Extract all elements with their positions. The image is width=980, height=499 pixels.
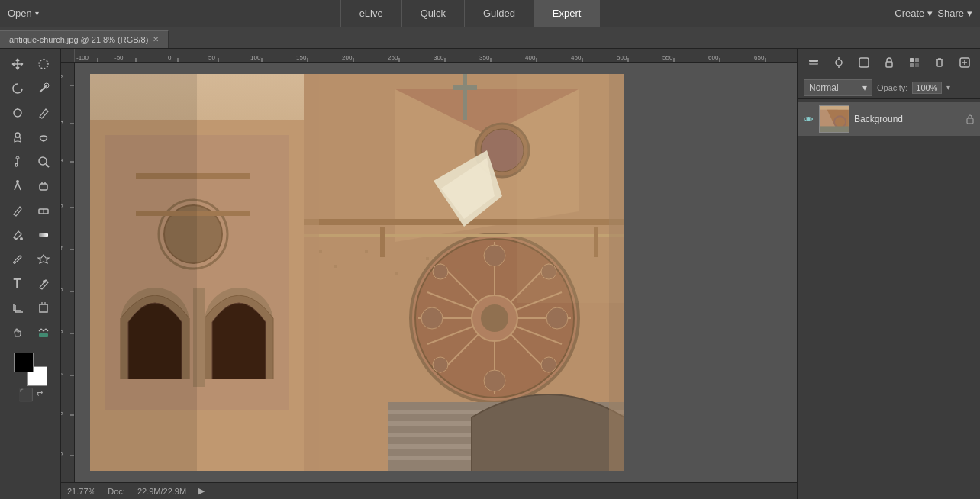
sponge-tool[interactable]: [32, 175, 55, 197]
svg-rect-157: [967, 118, 973, 124]
svg-point-9: [16, 180, 19, 183]
marquee-tool[interactable]: [32, 53, 55, 75]
doc-size: 22.9M/22.9M: [137, 487, 186, 496]
open-button[interactable]: Open ▾: [8, 8, 39, 19]
layer-visibility-toggle[interactable]: [802, 113, 814, 125]
canvas-viewport[interactable]: [75, 63, 797, 482]
nav-guided[interactable]: Guided: [464, 0, 534, 27]
svg-point-5: [15, 133, 20, 137]
svg-point-100: [484, 245, 505, 266]
nav-bar: eLive Quick Guided Expert: [47, 0, 895, 27]
lasso-tool[interactable]: [6, 78, 29, 99]
nav-quick[interactable]: Quick: [401, 0, 465, 27]
layer-thumbnail: [819, 105, 849, 133]
layer-name: Background: [854, 114, 960, 124]
file-tab[interactable]: antique-church.jpg @ 21.8% (RGB/8) ✕: [0, 30, 169, 48]
color-swatches: ⬛ ⇄: [0, 348, 60, 407]
dodge-tool[interactable]: [6, 175, 29, 197]
svg-rect-126: [380, 227, 385, 257]
text-tool[interactable]: T: [6, 273, 29, 295]
effects-icon[interactable]: [853, 52, 875, 73]
blur-tool[interactable]: [6, 151, 29, 172]
eyedropper-tool[interactable]: [6, 249, 29, 270]
share-button[interactable]: Share ▾: [937, 8, 972, 19]
foreground-color-swatch[interactable]: [14, 353, 34, 372]
svg-text:150: 150: [296, 54, 307, 61]
nav-elive[interactable]: eLive: [340, 0, 402, 27]
status-expand-arrow[interactable]: ▶: [198, 486, 205, 496]
opacity-value[interactable]: 100%: [912, 82, 941, 94]
svg-point-107: [541, 357, 556, 372]
tab-bar: antique-church.jpg @ 21.8% (RGB/8) ✕: [0, 27, 980, 49]
tool-row-blur: [0, 150, 60, 174]
adjust-icon[interactable]: [828, 52, 849, 73]
burn-tool[interactable]: [6, 200, 29, 221]
tab-close-button[interactable]: ✕: [153, 35, 159, 43]
smudge-tool[interactable]: [32, 127, 55, 148]
svg-rect-144: [937, 60, 942, 66]
default-colors-icon[interactable]: ⬛: [18, 388, 34, 402]
fill-tool[interactable]: [6, 224, 29, 246]
create-button[interactable]: Create ▾: [895, 8, 933, 19]
tool-row-move: [0, 52, 60, 76]
horizontal-ruler: -100 -50 0 50 100 150 200 250 300 350 40…: [61, 49, 797, 63]
fill-link-icon[interactable]: [904, 52, 925, 73]
shape-tool[interactable]: [32, 249, 55, 270]
redeye-tool[interactable]: [32, 273, 55, 295]
blend-mode-select[interactable]: Normal ▾: [804, 79, 872, 96]
svg-point-13: [20, 237, 23, 240]
svg-text:650: 650: [754, 54, 765, 61]
svg-rect-132: [809, 60, 818, 62]
foreground-background-colors[interactable]: [14, 353, 47, 386]
nav-expert[interactable]: Expert: [534, 0, 601, 27]
document-canvas[interactable]: [90, 74, 624, 471]
eraser-tool[interactable]: [32, 200, 55, 221]
svg-text:100: 100: [250, 54, 261, 61]
move-tool[interactable]: [6, 53, 29, 75]
open-menu[interactable]: Open ▾: [0, 8, 47, 19]
svg-point-2: [14, 109, 21, 117]
add-layer-icon[interactable]: [954, 52, 975, 73]
top-right-actions: Create ▾ Share ▾: [895, 8, 980, 19]
svg-rect-123: [395, 272, 398, 275]
tool-row-clone: [0, 125, 60, 150]
layers-panel: Normal ▾ Opacity: 100% ▾: [797, 49, 980, 499]
file-tab-name: antique-church.jpg @ 21.8% (RGB/8): [9, 35, 148, 44]
swap-colors-icon[interactable]: ⇄: [37, 389, 43, 402]
svg-rect-81: [453, 85, 477, 90]
zoom-level: 21.77%: [67, 487, 95, 496]
svg-text:500: 500: [617, 54, 627, 61]
opacity-arrow[interactable]: ▾: [946, 83, 950, 92]
svg-rect-156: [820, 126, 849, 132]
svg-text:4: 4: [61, 246, 64, 250]
svg-rect-14: [39, 233, 48, 237]
zoom-tool[interactable]: [32, 151, 55, 172]
svg-text:50: 50: [208, 54, 215, 61]
layer-background[interactable]: Background: [798, 102, 980, 136]
svg-rect-130: [90, 74, 197, 471]
lock-icon[interactable]: [878, 52, 900, 73]
delete-layer-icon[interactable]: [929, 52, 950, 73]
open-label: Open: [8, 8, 32, 19]
hand-tool[interactable]: [6, 322, 29, 343]
gradient-tool[interactable]: [32, 224, 55, 246]
svg-text:6: 6: [61, 330, 64, 333]
content-aware-tool[interactable]: [32, 322, 55, 343]
tool-row-lasso: [0, 76, 60, 101]
tool-row-hand: [0, 320, 60, 345]
svg-rect-133: [809, 63, 818, 65]
svg-rect-141: [915, 58, 919, 62]
enhance-tool[interactable]: [6, 102, 29, 124]
clone-tool[interactable]: [6, 127, 29, 148]
svg-text:450: 450: [571, 54, 582, 61]
layers-icon[interactable]: [803, 52, 824, 73]
pencil-tool[interactable]: [32, 102, 55, 124]
tool-row-crop: [0, 296, 60, 320]
selection-brush-tool[interactable]: [32, 78, 55, 99]
svg-text:400: 400: [525, 54, 536, 61]
svg-rect-18: [40, 304, 47, 312]
svg-point-101: [484, 370, 505, 391]
crop-tool[interactable]: [6, 298, 29, 319]
canvas-area: -100 -50 0 50 100 150 200 250 300 350 40…: [61, 49, 797, 499]
cookie-cutter-tool[interactable]: [32, 298, 55, 319]
